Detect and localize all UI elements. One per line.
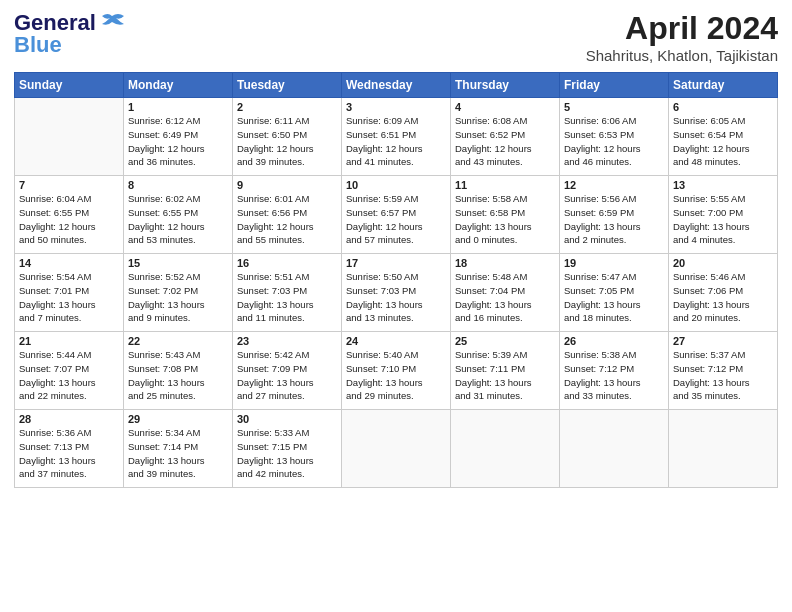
calendar-cell: 2Sunrise: 6:11 AMSunset: 6:50 PMDaylight…: [233, 98, 342, 176]
day-info: Sunrise: 5:47 AMSunset: 7:05 PMDaylight:…: [564, 270, 664, 325]
day-number: 21: [19, 335, 119, 347]
day-number: 2: [237, 101, 337, 113]
calendar-week-3: 14Sunrise: 5:54 AMSunset: 7:01 PMDayligh…: [15, 254, 778, 332]
day-number: 12: [564, 179, 664, 191]
calendar-cell: 16Sunrise: 5:51 AMSunset: 7:03 PMDayligh…: [233, 254, 342, 332]
day-number: 19: [564, 257, 664, 269]
calendar-cell: [342, 410, 451, 488]
day-number: 9: [237, 179, 337, 191]
day-number: 30: [237, 413, 337, 425]
day-number: 27: [673, 335, 773, 347]
logo: General Blue: [14, 10, 126, 58]
day-info: Sunrise: 5:56 AMSunset: 6:59 PMDaylight:…: [564, 192, 664, 247]
header: General Blue April 2024 Shahritus, Khatl…: [14, 10, 778, 64]
calendar-week-1: 1Sunrise: 6:12 AMSunset: 6:49 PMDaylight…: [15, 98, 778, 176]
col-friday: Friday: [560, 73, 669, 98]
calendar-cell: 20Sunrise: 5:46 AMSunset: 7:06 PMDayligh…: [669, 254, 778, 332]
day-info: Sunrise: 5:59 AMSunset: 6:57 PMDaylight:…: [346, 192, 446, 247]
calendar-cell: 12Sunrise: 5:56 AMSunset: 6:59 PMDayligh…: [560, 176, 669, 254]
calendar-cell: 5Sunrise: 6:06 AMSunset: 6:53 PMDaylight…: [560, 98, 669, 176]
calendar-week-4: 21Sunrise: 5:44 AMSunset: 7:07 PMDayligh…: [15, 332, 778, 410]
day-number: 1: [128, 101, 228, 113]
day-number: 15: [128, 257, 228, 269]
day-info: Sunrise: 5:44 AMSunset: 7:07 PMDaylight:…: [19, 348, 119, 403]
day-number: 5: [564, 101, 664, 113]
calendar-cell: [15, 98, 124, 176]
day-number: 22: [128, 335, 228, 347]
day-info: Sunrise: 5:40 AMSunset: 7:10 PMDaylight:…: [346, 348, 446, 403]
day-info: Sunrise: 5:39 AMSunset: 7:11 PMDaylight:…: [455, 348, 555, 403]
calendar-cell: 15Sunrise: 5:52 AMSunset: 7:02 PMDayligh…: [124, 254, 233, 332]
day-info: Sunrise: 5:46 AMSunset: 7:06 PMDaylight:…: [673, 270, 773, 325]
calendar-table: Sunday Monday Tuesday Wednesday Thursday…: [14, 72, 778, 488]
day-info: Sunrise: 5:43 AMSunset: 7:08 PMDaylight:…: [128, 348, 228, 403]
calendar-cell: [560, 410, 669, 488]
calendar-cell: 10Sunrise: 5:59 AMSunset: 6:57 PMDayligh…: [342, 176, 451, 254]
calendar-cell: 8Sunrise: 6:02 AMSunset: 6:55 PMDaylight…: [124, 176, 233, 254]
calendar-week-5: 28Sunrise: 5:36 AMSunset: 7:13 PMDayligh…: [15, 410, 778, 488]
calendar-week-2: 7Sunrise: 6:04 AMSunset: 6:55 PMDaylight…: [15, 176, 778, 254]
day-info: Sunrise: 5:42 AMSunset: 7:09 PMDaylight:…: [237, 348, 337, 403]
day-number: 6: [673, 101, 773, 113]
location: Shahritus, Khatlon, Tajikistan: [586, 47, 778, 64]
day-number: 11: [455, 179, 555, 191]
calendar-cell: 25Sunrise: 5:39 AMSunset: 7:11 PMDayligh…: [451, 332, 560, 410]
calendar-cell: 27Sunrise: 5:37 AMSunset: 7:12 PMDayligh…: [669, 332, 778, 410]
day-info: Sunrise: 5:37 AMSunset: 7:12 PMDaylight:…: [673, 348, 773, 403]
calendar-cell: 1Sunrise: 6:12 AMSunset: 6:49 PMDaylight…: [124, 98, 233, 176]
title-block: April 2024 Shahritus, Khatlon, Tajikista…: [586, 10, 778, 64]
day-info: Sunrise: 5:52 AMSunset: 7:02 PMDaylight:…: [128, 270, 228, 325]
calendar-cell: 4Sunrise: 6:08 AMSunset: 6:52 PMDaylight…: [451, 98, 560, 176]
day-number: 26: [564, 335, 664, 347]
col-tuesday: Tuesday: [233, 73, 342, 98]
col-wednesday: Wednesday: [342, 73, 451, 98]
day-info: Sunrise: 6:09 AMSunset: 6:51 PMDaylight:…: [346, 114, 446, 169]
day-number: 7: [19, 179, 119, 191]
day-info: Sunrise: 6:08 AMSunset: 6:52 PMDaylight:…: [455, 114, 555, 169]
col-thursday: Thursday: [451, 73, 560, 98]
day-info: Sunrise: 5:38 AMSunset: 7:12 PMDaylight:…: [564, 348, 664, 403]
day-info: Sunrise: 6:04 AMSunset: 6:55 PMDaylight:…: [19, 192, 119, 247]
day-info: Sunrise: 5:36 AMSunset: 7:13 PMDaylight:…: [19, 426, 119, 481]
day-number: 16: [237, 257, 337, 269]
col-saturday: Saturday: [669, 73, 778, 98]
day-info: Sunrise: 5:33 AMSunset: 7:15 PMDaylight:…: [237, 426, 337, 481]
day-number: 14: [19, 257, 119, 269]
calendar-cell: 9Sunrise: 6:01 AMSunset: 6:56 PMDaylight…: [233, 176, 342, 254]
day-number: 4: [455, 101, 555, 113]
calendar-cell: 19Sunrise: 5:47 AMSunset: 7:05 PMDayligh…: [560, 254, 669, 332]
calendar-cell: 30Sunrise: 5:33 AMSunset: 7:15 PMDayligh…: [233, 410, 342, 488]
col-monday: Monday: [124, 73, 233, 98]
day-info: Sunrise: 6:02 AMSunset: 6:55 PMDaylight:…: [128, 192, 228, 247]
calendar-cell: 22Sunrise: 5:43 AMSunset: 7:08 PMDayligh…: [124, 332, 233, 410]
day-info: Sunrise: 5:55 AMSunset: 7:00 PMDaylight:…: [673, 192, 773, 247]
day-info: Sunrise: 6:12 AMSunset: 6:49 PMDaylight:…: [128, 114, 228, 169]
calendar-cell: 11Sunrise: 5:58 AMSunset: 6:58 PMDayligh…: [451, 176, 560, 254]
calendar-cell: 14Sunrise: 5:54 AMSunset: 7:01 PMDayligh…: [15, 254, 124, 332]
calendar-cell: 18Sunrise: 5:48 AMSunset: 7:04 PMDayligh…: [451, 254, 560, 332]
col-sunday: Sunday: [15, 73, 124, 98]
day-info: Sunrise: 6:01 AMSunset: 6:56 PMDaylight:…: [237, 192, 337, 247]
day-info: Sunrise: 5:34 AMSunset: 7:14 PMDaylight:…: [128, 426, 228, 481]
calendar-cell: 3Sunrise: 6:09 AMSunset: 6:51 PMDaylight…: [342, 98, 451, 176]
calendar-cell: 17Sunrise: 5:50 AMSunset: 7:03 PMDayligh…: [342, 254, 451, 332]
calendar-cell: 23Sunrise: 5:42 AMSunset: 7:09 PMDayligh…: [233, 332, 342, 410]
calendar-cell: 29Sunrise: 5:34 AMSunset: 7:14 PMDayligh…: [124, 410, 233, 488]
day-info: Sunrise: 5:54 AMSunset: 7:01 PMDaylight:…: [19, 270, 119, 325]
calendar-cell: 24Sunrise: 5:40 AMSunset: 7:10 PMDayligh…: [342, 332, 451, 410]
calendar-cell: [669, 410, 778, 488]
day-number: 24: [346, 335, 446, 347]
day-number: 18: [455, 257, 555, 269]
day-info: Sunrise: 5:48 AMSunset: 7:04 PMDaylight:…: [455, 270, 555, 325]
day-number: 23: [237, 335, 337, 347]
calendar-cell: 13Sunrise: 5:55 AMSunset: 7:00 PMDayligh…: [669, 176, 778, 254]
day-info: Sunrise: 6:11 AMSunset: 6:50 PMDaylight:…: [237, 114, 337, 169]
calendar-cell: 21Sunrise: 5:44 AMSunset: 7:07 PMDayligh…: [15, 332, 124, 410]
day-number: 13: [673, 179, 773, 191]
header-row: Sunday Monday Tuesday Wednesday Thursday…: [15, 73, 778, 98]
day-number: 10: [346, 179, 446, 191]
calendar-cell: 26Sunrise: 5:38 AMSunset: 7:12 PMDayligh…: [560, 332, 669, 410]
day-info: Sunrise: 5:58 AMSunset: 6:58 PMDaylight:…: [455, 192, 555, 247]
day-number: 3: [346, 101, 446, 113]
logo-bird-icon: [98, 12, 126, 34]
